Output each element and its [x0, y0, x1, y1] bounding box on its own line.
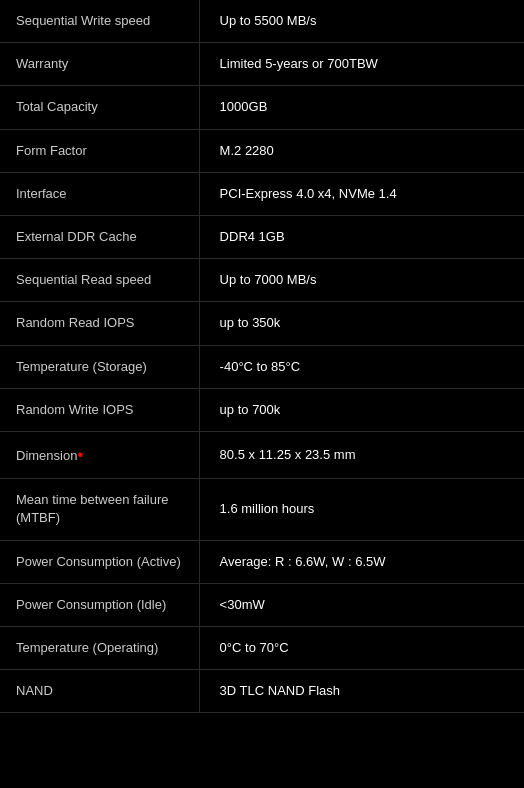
- spec-value: -40°C to 85°C: [199, 345, 524, 388]
- spec-value: 0°C to 70°C: [199, 627, 524, 670]
- table-row: Power Consumption (Active)Average: R : 6…: [0, 540, 524, 583]
- specs-table: Sequential Write speedUp to 5500 MB/sWar…: [0, 0, 524, 713]
- spec-value: Up to 7000 MB/s: [199, 259, 524, 302]
- table-row: Mean time between failure (MTBF)1.6 mill…: [0, 479, 524, 540]
- table-row: Form FactorM.2 2280: [0, 129, 524, 172]
- spec-value: up to 350k: [199, 302, 524, 345]
- spec-value: Average: R : 6.6W, W : 6.5W: [199, 540, 524, 583]
- spec-label: Total Capacity: [0, 86, 199, 129]
- spec-label: Dimension•: [0, 431, 199, 478]
- table-row: WarrantyLimited 5-years or 700TBW: [0, 43, 524, 86]
- red-dot-icon: •: [77, 446, 83, 463]
- spec-value: 80.5 x 11.25 x 23.5 mm: [199, 431, 524, 478]
- table-row: Random Write IOPSup to 700k: [0, 388, 524, 431]
- spec-value: 1000GB: [199, 86, 524, 129]
- spec-value: Limited 5-years or 700TBW: [199, 43, 524, 86]
- table-row: InterfacePCI-Express 4.0 x4, NVMe 1.4: [0, 172, 524, 215]
- spec-label: NAND: [0, 670, 199, 713]
- spec-value: 1.6 million hours: [199, 479, 524, 540]
- table-row: Temperature (Operating)0°C to 70°C: [0, 627, 524, 670]
- spec-value: up to 700k: [199, 388, 524, 431]
- spec-label: Interface: [0, 172, 199, 215]
- spec-value: PCI-Express 4.0 x4, NVMe 1.4: [199, 172, 524, 215]
- table-row: Sequential Read speedUp to 7000 MB/s: [0, 259, 524, 302]
- spec-label: Temperature (Storage): [0, 345, 199, 388]
- table-row: NAND3D TLC NAND Flash: [0, 670, 524, 713]
- spec-label: Form Factor: [0, 129, 199, 172]
- table-row: Random Read IOPSup to 350k: [0, 302, 524, 345]
- spec-label: Temperature (Operating): [0, 627, 199, 670]
- spec-label: Sequential Read speed: [0, 259, 199, 302]
- spec-label: External DDR Cache: [0, 215, 199, 258]
- table-row: Temperature (Storage)-40°C to 85°C: [0, 345, 524, 388]
- spec-value: <30mW: [199, 583, 524, 626]
- table-row: Sequential Write speedUp to 5500 MB/s: [0, 0, 524, 43]
- table-row: Total Capacity1000GB: [0, 86, 524, 129]
- spec-label: Random Read IOPS: [0, 302, 199, 345]
- spec-label: Random Write IOPS: [0, 388, 199, 431]
- spec-value: Up to 5500 MB/s: [199, 0, 524, 43]
- spec-value: 3D TLC NAND Flash: [199, 670, 524, 713]
- table-row: Dimension•80.5 x 11.25 x 23.5 mm: [0, 431, 524, 478]
- spec-label: Sequential Write speed: [0, 0, 199, 43]
- spec-label: Warranty: [0, 43, 199, 86]
- spec-label: Power Consumption (Idle): [0, 583, 199, 626]
- table-row: External DDR CacheDDR4 1GB: [0, 215, 524, 258]
- spec-value: DDR4 1GB: [199, 215, 524, 258]
- spec-value: M.2 2280: [199, 129, 524, 172]
- spec-label: Mean time between failure (MTBF): [0, 479, 199, 540]
- spec-label: Power Consumption (Active): [0, 540, 199, 583]
- table-row: Power Consumption (Idle)<30mW: [0, 583, 524, 626]
